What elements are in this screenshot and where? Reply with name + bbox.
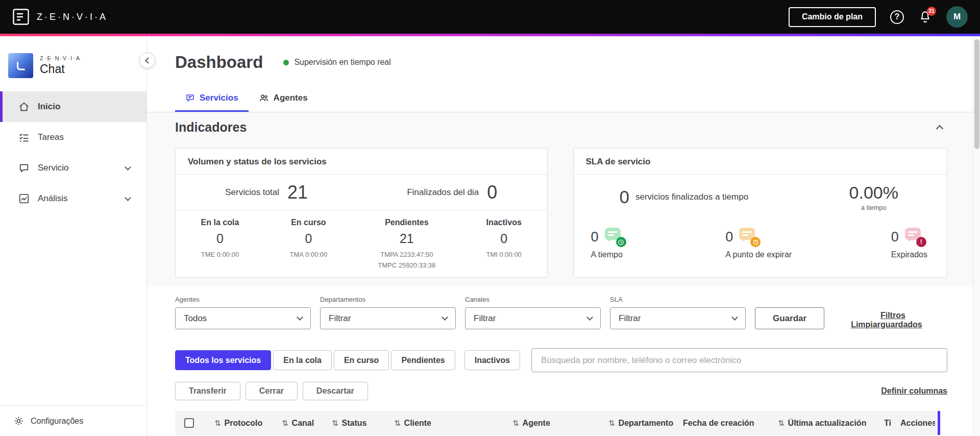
sla-card: SLA de servicio 0 servicios finalizados … (573, 148, 947, 278)
zenvia-logo-icon (12, 8, 30, 26)
saved-filters-link[interactable]: Filtros guardados (880, 311, 947, 329)
filter-departamentos: Departamentos Filtrar (320, 296, 456, 329)
volume-card-title: Volumen y status de los servicios (176, 149, 547, 175)
chevron-down-icon (442, 314, 448, 321)
discard-button[interactable]: Descartar (303, 382, 368, 400)
collapse-section-button[interactable] (932, 119, 947, 135)
column-status[interactable]: Status (332, 419, 394, 428)
topbar-brand: Z·E·N·V·I·A (12, 8, 108, 26)
column-canal[interactable]: Canal (282, 419, 332, 428)
pill-en-curso[interactable]: En curso (334, 350, 389, 370)
filter-sla: SLA Filtrar (610, 296, 746, 329)
sidebar-item-inicio[interactable]: Inicio (0, 91, 146, 122)
tab-label: Servicios (200, 93, 238, 103)
column-protocolo[interactable]: Protocolo (214, 419, 282, 428)
sla-finished: 0 servicios finalizados a tiempo (620, 187, 749, 207)
sort-icon[interactable] (394, 419, 401, 428)
table-accent-bar (938, 411, 940, 435)
column-acciones: Acciones (900, 419, 935, 428)
search-input[interactable] (531, 348, 947, 372)
sidebar-item-label: Servicio (38, 163, 68, 173)
canales-select[interactable]: Filtrar (465, 307, 601, 329)
home-icon (18, 101, 30, 112)
services-table: Protocolo Canal Status Cliente (175, 411, 940, 435)
sla-percent: 0.00% a tiempo (849, 183, 898, 211)
chat-bubble-icon (185, 93, 195, 103)
close-button[interactable]: Cerrar (246, 382, 298, 400)
column-fecha-creacion: Fecha de creación (683, 419, 778, 428)
page-scrollbar[interactable] (973, 36, 980, 436)
total-services: Servicios total 21 (225, 182, 308, 203)
page-header: Dashboard Supervisión en tiempo real (147, 36, 973, 72)
chat-ontime-icon (605, 228, 626, 246)
sla-item-expirados: 0 ! Expirados (891, 228, 927, 259)
sort-icon[interactable] (332, 419, 338, 428)
sidebar-logo: Z·E·N·V·I·A Chat (0, 36, 146, 78)
stat-pendientes: Pendientes 21 TMPA 2233:47:50 TMPC 25920… (378, 218, 436, 270)
pill-en-la-cola[interactable]: En la cola (273, 350, 332, 370)
filter-canales: Canales Filtrar (465, 296, 601, 329)
status-dot-icon (283, 60, 289, 65)
sort-icon[interactable] (512, 419, 519, 428)
scrollbar-thumb[interactable] (974, 39, 979, 149)
indicators-title: Indicadores (175, 118, 247, 136)
notifications-button[interactable]: 21 (918, 10, 932, 24)
column-agente[interactable]: Agente (512, 419, 608, 428)
column-departamento[interactable]: Departamento (608, 419, 683, 428)
sidebar-item-analisis[interactable]: Análisis (0, 183, 146, 214)
page-title: Dashboard (175, 53, 263, 72)
clear-filters-link[interactable]: Limpiar (851, 320, 880, 329)
column-ultima-actualizacion[interactable]: Última actualización (778, 419, 884, 428)
tab-servicios[interactable]: Servicios (175, 85, 249, 112)
sort-icon[interactable] (282, 419, 288, 428)
column-cliente[interactable]: Cliente (394, 419, 512, 428)
tasks-icon (18, 132, 30, 143)
sidebar-collapse-button[interactable] (139, 53, 155, 68)
sidebar-item-servicio[interactable]: Servicio (0, 153, 146, 183)
sla-select[interactable]: Filtrar (610, 307, 746, 329)
sla-item-a-punto-de-expirar: 0 (725, 228, 792, 259)
save-filters-button[interactable]: Guardar (755, 307, 824, 329)
sidebar-item-tareas[interactable]: Tareas (0, 122, 146, 153)
tab-label: Agentes (274, 93, 308, 103)
sort-icon[interactable] (778, 419, 785, 428)
realtime-status: Supervisión en tiempo real (283, 58, 390, 67)
chevron-down-icon (125, 195, 131, 201)
select-all-checkbox[interactable] (184, 418, 194, 428)
pill-pendientes[interactable]: Pendientes (391, 350, 455, 370)
sla-finished-value: 0 (620, 187, 629, 207)
service-filter-row: Todos los servicios En la cola En curso … (147, 329, 973, 372)
change-plan-button[interactable]: Cambio de plan (789, 7, 876, 27)
tab-agentes[interactable]: Agentes (249, 85, 318, 112)
define-columns-link[interactable]: Definir columnas (881, 386, 947, 396)
pill-todos-los-servicios[interactable]: Todos los servicios (175, 350, 271, 370)
topbar: Z·E·N·V·I·A Cambio de plan 21 M (0, 0, 980, 34)
chevron-left-icon (145, 57, 152, 64)
departamentos-select[interactable]: Filtrar (320, 307, 456, 329)
sidebar-item-configuracoes[interactable]: Configurações (0, 405, 146, 436)
stat-en-la-cola: En la cola 0 TME 0:00:00 (201, 218, 239, 270)
sort-icon[interactable] (608, 419, 615, 428)
brand-text: Z·E·N·V·I·A (37, 12, 108, 22)
sort-icon[interactable] (214, 419, 221, 428)
volume-status-card: Volumen y status de los servicios Servic… (175, 148, 548, 278)
agentes-select[interactable]: Todos (175, 307, 311, 329)
topbar-actions: Cambio de plan 21 M (789, 6, 968, 28)
sla-percent-value: 0.00% (849, 183, 898, 203)
total-services-value: 21 (287, 182, 308, 203)
gear-icon (13, 416, 24, 426)
transfer-button[interactable]: Transferir (175, 382, 240, 400)
sidebar-footer-label: Configurações (31, 417, 83, 426)
pill-inactivos[interactable]: Inactivos (464, 350, 520, 370)
select-all-cell (175, 418, 214, 428)
avatar[interactable]: M (946, 6, 968, 28)
chevron-down-icon (731, 314, 738, 321)
bulk-actions-row: Transferir Cerrar Descartar Definir colu… (147, 372, 973, 400)
help-icon[interactable] (890, 10, 904, 24)
sidebar-item-label: Análisis (38, 193, 68, 204)
finished-today-value: 0 (487, 182, 497, 203)
main-content: Dashboard Supervisión en tiempo real Ser… (147, 36, 973, 436)
sidebar-item-label: Tareas (38, 132, 64, 142)
chat-expired-icon: ! (905, 228, 926, 246)
zenvia-chat-dashboard: Z·E·N·V·I·A Cambio de plan 21 M (0, 0, 980, 436)
